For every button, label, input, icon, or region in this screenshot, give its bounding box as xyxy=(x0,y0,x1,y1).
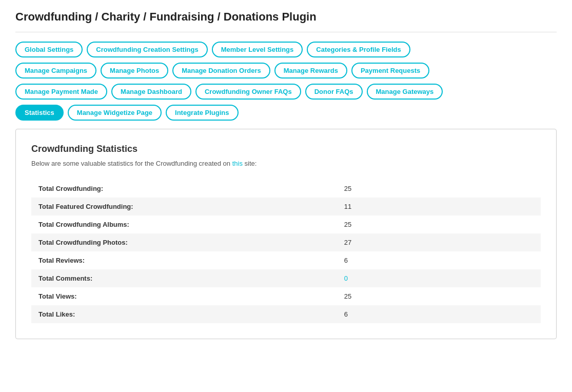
divider xyxy=(15,32,557,32)
content-heading: Crowdfunding Statistics xyxy=(31,144,541,154)
stat-label: Total Views: xyxy=(31,287,337,305)
content-subtitle: Below are some valuable statistics for t… xyxy=(31,160,541,167)
page-wrapper: Crowdfunding / Charity / Fundraising / D… xyxy=(0,0,572,392)
nav-donor-faqs[interactable]: Donor FAQs xyxy=(305,84,363,100)
table-row: Total Crowdfunding Albums:25 xyxy=(31,215,541,233)
stat-value: 25 xyxy=(337,180,541,198)
nav-integrate-plugins[interactable]: Integrate Plugins xyxy=(166,105,238,121)
table-row: Total Likes:6 xyxy=(31,305,541,323)
subtitle-text-before: Below are some valuable statistics for t… xyxy=(31,160,232,167)
nav-manage-gateways[interactable]: Manage Gateways xyxy=(367,84,443,100)
nav-manage-photos[interactable]: Manage Photos xyxy=(101,63,168,79)
stat-label: Total Crowdfunding Albums: xyxy=(31,215,337,233)
table-row: Total Crowdfunding:25 xyxy=(31,180,541,198)
stat-value: 25 xyxy=(337,287,541,305)
stat-value: 6 xyxy=(337,305,541,323)
subtitle-text-after: site: xyxy=(243,160,257,167)
table-row: Total Reviews:6 xyxy=(31,251,541,269)
stat-value: 25 xyxy=(337,215,541,233)
page-title: Crowdfunding / Charity / Fundraising / D… xyxy=(15,10,557,24)
stat-label: Total Comments: xyxy=(31,269,337,287)
stat-label: Total Featured Crowdfunding: xyxy=(31,198,337,215)
nav-crowdfunding-creation-settings[interactable]: Crowdfunding Creation Settings xyxy=(87,42,207,57)
nav-payment-requests[interactable]: Payment Requests xyxy=(351,63,429,79)
table-row: Total Featured Crowdfunding:11 xyxy=(31,198,541,215)
table-row: Total Views:25 xyxy=(31,287,541,305)
nav-manage-rewards[interactable]: Manage Rewards xyxy=(274,63,347,79)
table-row: Total Crowdfunding Photos:27 xyxy=(31,233,541,251)
nav-manage-dashboard[interactable]: Manage Dashboard xyxy=(111,84,191,100)
nav-row-2: Manage Campaigns Manage Photos Manage Do… xyxy=(15,63,557,79)
subtitle-link[interactable]: this xyxy=(232,160,243,167)
nav-crowdfunding-owner-faqs[interactable]: Crowdfunding Owner FAQs xyxy=(195,84,301,100)
stat-value[interactable]: 0 xyxy=(337,269,541,287)
nav-member-level-settings[interactable]: Member Level Settings xyxy=(212,42,303,57)
nav-categories-profile-fields[interactable]: Categories & Profile Fields xyxy=(307,42,410,57)
stat-label: Total Crowdfunding: xyxy=(31,180,337,198)
nav-row-1: Global Settings Crowdfunding Creation Se… xyxy=(15,42,557,57)
nav-manage-donation-orders[interactable]: Manage Donation Orders xyxy=(172,63,270,79)
stat-value: 27 xyxy=(337,233,541,251)
nav-manage-widgetize-page[interactable]: Manage Widgetize Page xyxy=(68,105,162,121)
nav-manage-campaigns[interactable]: Manage Campaigns xyxy=(15,63,96,79)
stat-value: 6 xyxy=(337,251,541,269)
content-box: Crowdfunding Statistics Below are some v… xyxy=(15,129,557,339)
stats-table: Total Crowdfunding:25Total Featured Crow… xyxy=(31,180,541,323)
table-row: Total Comments:0 xyxy=(31,269,541,287)
stat-label: Total Likes: xyxy=(31,305,337,323)
stat-label: Total Crowdfunding Photos: xyxy=(31,233,337,251)
stat-label: Total Reviews: xyxy=(31,251,337,269)
nav-row-3: Manage Payment Made Manage Dashboard Cro… xyxy=(15,84,557,100)
stat-value: 11 xyxy=(337,198,541,215)
nav-statistics[interactable]: Statistics xyxy=(15,105,64,121)
nav-manage-payment-made[interactable]: Manage Payment Made xyxy=(15,84,107,100)
nav-global-settings[interactable]: Global Settings xyxy=(15,42,83,57)
nav-row-4: Statistics Manage Widgetize Page Integra… xyxy=(15,105,557,121)
